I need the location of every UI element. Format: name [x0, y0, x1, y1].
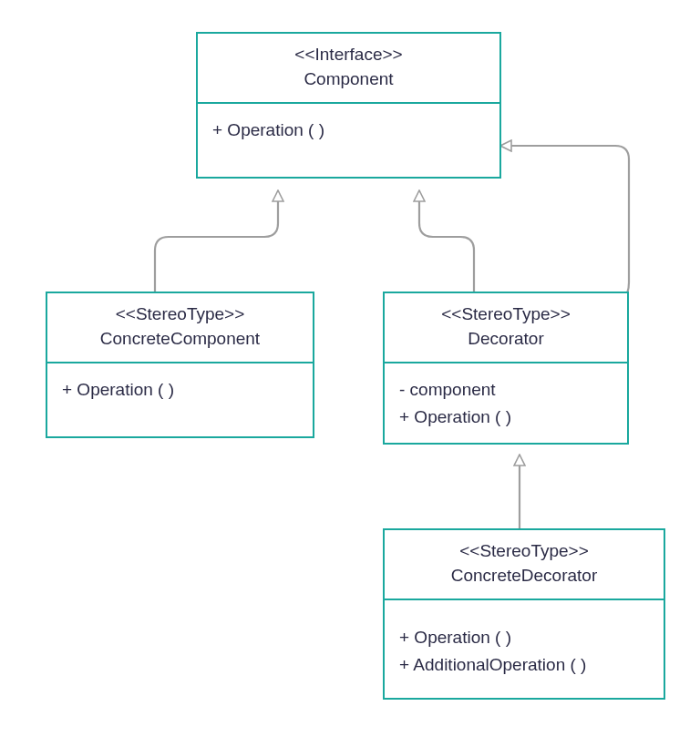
- stereotype-label: <<StereoType>>: [60, 302, 300, 327]
- stereotype-label: <<Interface>>: [211, 43, 487, 67]
- class-member: + Operation ( ): [62, 376, 298, 403]
- edge-decorator-to-component: [419, 191, 474, 292]
- class-concrete-component-header: <<StereoType>> ConcreteComponent: [47, 293, 313, 363]
- stereotype-label: <<StereoType>>: [397, 539, 651, 564]
- class-decorator-body: - component + Operation ( ): [385, 363, 627, 443]
- class-name: ConcreteDecorator: [397, 564, 651, 588]
- class-member: + Operation ( ): [399, 624, 649, 650]
- class-name: Component: [211, 67, 487, 92]
- class-member: + Operation ( ): [212, 117, 485, 143]
- class-concrete-decorator-body: + Operation ( ) + AdditionalOperation ( …: [385, 600, 664, 698]
- class-member: + Operation ( ): [399, 404, 612, 430]
- class-member: - component: [399, 376, 612, 403]
- class-component-body: + Operation ( ): [198, 104, 499, 176]
- edge-decorator-aggregates-component: [501, 146, 629, 305]
- class-concrete-component: <<StereoType>> ConcreteComponent + Opera…: [46, 292, 314, 438]
- class-name: Decorator: [397, 327, 614, 352]
- class-name: ConcreteComponent: [60, 327, 300, 352]
- class-component: <<Interface>> Component + Operation ( ): [196, 32, 501, 179]
- class-concrete-decorator: <<StereoType>> ConcreteDecorator + Opera…: [383, 528, 665, 700]
- class-concrete-decorator-header: <<StereoType>> ConcreteDecorator: [385, 530, 664, 600]
- class-decorator-header: <<StereoType>> Decorator: [385, 293, 627, 363]
- stereotype-label: <<StereoType>>: [397, 302, 614, 327]
- class-concrete-component-body: + Operation ( ): [47, 363, 313, 435]
- class-member: + AdditionalOperation ( ): [399, 651, 649, 678]
- edge-concretecomponent-to-component: [155, 191, 278, 292]
- class-component-header: <<Interface>> Component: [198, 34, 499, 104]
- class-decorator: <<StereoType>> Decorator - component + O…: [383, 292, 629, 445]
